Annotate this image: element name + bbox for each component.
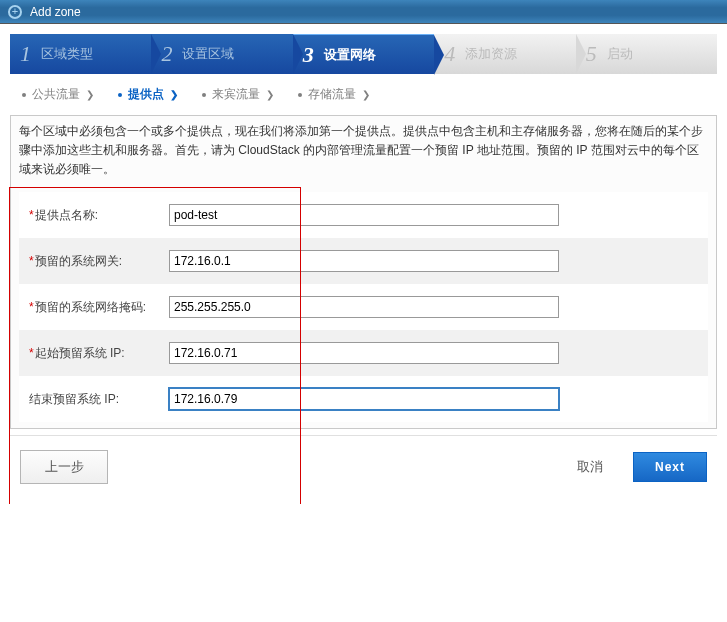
gateway-input[interactable] bbox=[169, 250, 559, 272]
netmask-input[interactable] bbox=[169, 296, 559, 318]
pod-name-input[interactable] bbox=[169, 204, 559, 226]
step-zone-type: 1区域类型 bbox=[10, 34, 151, 74]
step-launch: 5启动 bbox=[576, 34, 717, 74]
cancel-button[interactable]: 取消 bbox=[577, 458, 603, 476]
previous-button[interactable]: 上一步 bbox=[20, 450, 108, 484]
wizard-footer: 上一步 取消 Next bbox=[10, 435, 717, 494]
next-button[interactable]: Next bbox=[633, 452, 707, 482]
netmask-label: *预留的系统网络掩码: bbox=[29, 296, 169, 316]
pod-form: *提供点名称: *预留的系统网关: *预留的系统网络掩码: *起始预留系统 IP… bbox=[19, 192, 708, 422]
gateway-label: *预留的系统网关: bbox=[29, 250, 169, 270]
chevron-right-icon: ❯ bbox=[266, 89, 274, 100]
step-add-resources: 4添加资源 bbox=[434, 34, 575, 74]
panel-description: 每个区域中必须包含一个或多个提供点，现在我们将添加第一个提供点。提供点中包含主机… bbox=[19, 122, 708, 180]
substep-nav: 公共流量❯ 提供点❯ 来宾流量❯ 存储流量❯ bbox=[10, 82, 717, 107]
titlebar: + Add zone bbox=[0, 0, 727, 24]
chevron-right-icon: ❯ bbox=[86, 89, 94, 100]
substep-guest-traffic[interactable]: 来宾流量❯ bbox=[190, 84, 286, 105]
chevron-right-icon: ❯ bbox=[362, 89, 370, 100]
start-ip-input[interactable] bbox=[169, 342, 559, 364]
pod-name-label: *提供点名称: bbox=[29, 204, 169, 224]
start-ip-label: *起始预留系统 IP: bbox=[29, 342, 169, 362]
window-title: Add zone bbox=[30, 5, 81, 19]
add-icon: + bbox=[8, 5, 22, 19]
end-ip-input[interactable] bbox=[169, 388, 559, 410]
step-setup-network: 3设置网络 bbox=[293, 34, 434, 74]
substep-public-traffic[interactable]: 公共流量❯ bbox=[10, 84, 106, 105]
chevron-right-icon: ❯ bbox=[170, 89, 178, 100]
substep-storage-traffic[interactable]: 存储流量❯ bbox=[286, 84, 382, 105]
main-panel: 每个区域中必须包含一个或多个提供点，现在我们将添加第一个提供点。提供点中包含主机… bbox=[10, 115, 717, 429]
wizard-steps: 1区域类型 2设置区域 3设置网络 4添加资源 5启动 bbox=[10, 34, 717, 74]
end-ip-label: 结束预留系统 IP: bbox=[29, 388, 169, 408]
substep-pod[interactable]: 提供点❯ bbox=[106, 84, 190, 105]
step-setup-zone: 2设置区域 bbox=[151, 34, 292, 74]
